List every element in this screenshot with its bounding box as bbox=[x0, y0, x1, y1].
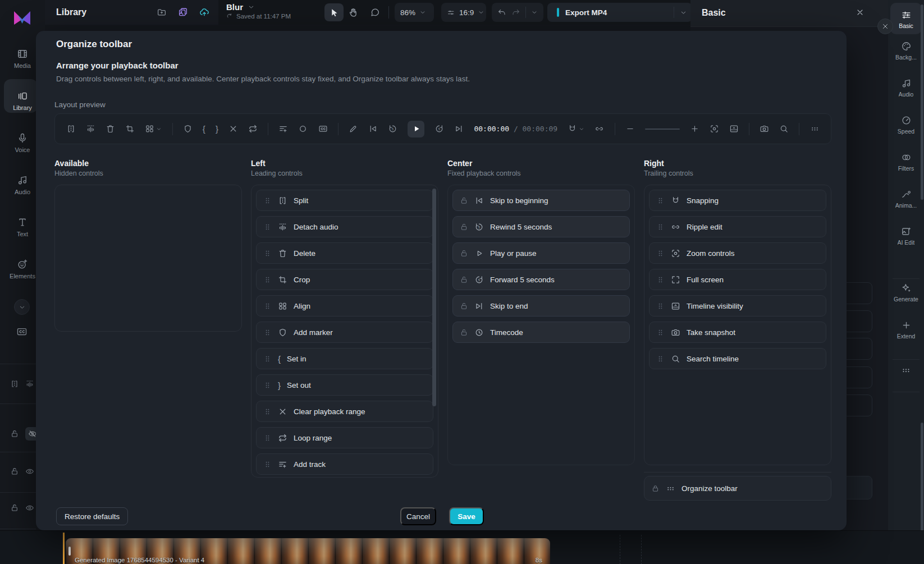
panel-tab-label: Speed bbox=[898, 128, 914, 135]
comment-tool-button[interactable] bbox=[370, 7, 380, 17]
control-item-add-marker[interactable]: Add marker bbox=[256, 322, 433, 343]
select-tool-button[interactable] bbox=[324, 3, 344, 21]
preview-crop-button[interactable] bbox=[125, 124, 135, 134]
more-options-button[interactable] bbox=[888, 359, 924, 382]
control-item-detach-audio[interactable]: Detach audio bbox=[256, 216, 433, 237]
control-item-full-screen[interactable]: Full screen bbox=[649, 269, 826, 290]
column-available-dropzone[interactable] bbox=[54, 185, 242, 332]
save-button[interactable]: Save bbox=[449, 507, 484, 525]
control-item-snapping[interactable]: Snapping bbox=[649, 190, 826, 211]
collapse-sidebar-button[interactable] bbox=[14, 299, 30, 315]
panel-tab-speed[interactable]: Speed bbox=[888, 108, 924, 145]
preview-link-button[interactable] bbox=[594, 124, 604, 134]
history-menu-icon[interactable] bbox=[531, 9, 538, 16]
preview-plus-button[interactable] bbox=[690, 124, 699, 134]
preview-rewind-5-button[interactable]: 5 bbox=[388, 124, 397, 134]
preview-captions-button[interactable] bbox=[318, 124, 328, 134]
control-item-crop[interactable]: Crop bbox=[256, 269, 433, 290]
sidebar-item-label: Text bbox=[17, 231, 28, 237]
control-item-zoom-controls[interactable]: Zoom controls bbox=[649, 242, 826, 264]
preview-x-button[interactable] bbox=[228, 124, 238, 134]
panel-tab-label: Extend bbox=[897, 333, 916, 340]
control-item-ripple-edit[interactable]: Ripple edit bbox=[649, 216, 826, 237]
preview-marker-button[interactable] bbox=[183, 124, 193, 134]
preview-grid-dots-button[interactable] bbox=[810, 124, 820, 134]
panel-tab-audio[interactable]: Audio bbox=[888, 71, 924, 108]
undo-icon[interactable] bbox=[497, 8, 506, 17]
control-item-align[interactable]: Align bbox=[256, 295, 433, 317]
control-item-set-out[interactable]: }Set out bbox=[256, 374, 433, 396]
new-folder-icon[interactable] bbox=[157, 7, 167, 17]
preview-detach-audio-button[interactable] bbox=[86, 124, 95, 134]
control-item-add-track[interactable]: Add track bbox=[256, 453, 433, 475]
cancel-button[interactable]: Cancel bbox=[400, 507, 436, 525]
preview-timeline-panel-button[interactable] bbox=[729, 124, 739, 134]
control-item-take-snapshot[interactable]: Take snapshot bbox=[649, 322, 826, 343]
lock-open-icon[interactable] bbox=[10, 429, 19, 438]
preview-minus-button[interactable] bbox=[625, 124, 635, 134]
preview-split-button[interactable] bbox=[66, 124, 76, 134]
preview-zoom-frame-button[interactable] bbox=[710, 124, 719, 134]
scrollbar[interactable] bbox=[921, 4, 923, 200]
column-center-dropzone[interactable]: Skip to beginning5Rewind 5 secondsPlay o… bbox=[447, 185, 635, 465]
stock-media-icon[interactable] bbox=[178, 7, 188, 17]
panel-tab-generate[interactable]: Generate bbox=[888, 276, 924, 313]
column-right-dropzone[interactable]: SnappingRipple editZoom controlsFull scr… bbox=[644, 185, 831, 465]
lock-open-icon[interactable] bbox=[10, 503, 19, 512]
control-item-loop-range[interactable]: Loop range bbox=[256, 427, 433, 448]
preview-skip-end-button[interactable] bbox=[454, 124, 464, 134]
redo-icon[interactable] bbox=[511, 8, 520, 17]
control-item-timeline-visibility[interactable]: Timeline visibility bbox=[649, 295, 826, 317]
export-options-icon[interactable] bbox=[680, 9, 687, 16]
control-item-delete[interactable]: Delete bbox=[256, 242, 433, 264]
control-item-set-in[interactable]: {Set in bbox=[256, 348, 433, 369]
preview-loop-button[interactable] bbox=[248, 124, 258, 134]
zoom-level-dropdown[interactable]: 86% bbox=[395, 3, 434, 22]
scrollbar[interactable] bbox=[432, 189, 436, 406]
eye-icon[interactable] bbox=[25, 467, 34, 476]
preview-skip-start-button[interactable] bbox=[368, 124, 378, 134]
export-button[interactable]: Export MP4 bbox=[547, 3, 692, 22]
panel-tab-basic[interactable]: Basic bbox=[888, 3, 924, 34]
timeline-clip[interactable]: Generated Image 1768544594530 - Variant … bbox=[66, 538, 550, 564]
preview-brace-right-button[interactable]: } bbox=[216, 125, 218, 133]
panel-tab-anima[interactable]: Anima... bbox=[888, 182, 924, 219]
panel-tab-filters[interactable]: Filters bbox=[888, 145, 924, 182]
panel-tab-extend[interactable]: Extend bbox=[888, 313, 924, 350]
eye-icon[interactable] bbox=[25, 503, 34, 512]
restore-defaults-button[interactable]: Restore defaults bbox=[56, 507, 128, 525]
hand-tool-button[interactable] bbox=[348, 7, 358, 17]
preview-play-button[interactable] bbox=[408, 121, 424, 137]
preview-trash-button[interactable] bbox=[106, 124, 115, 134]
aspect-ratio-dropdown[interactable]: 16:9 bbox=[441, 3, 486, 22]
panel-close-icon[interactable] bbox=[856, 8, 864, 17]
playhead[interactable] bbox=[63, 533, 65, 564]
column-left-dropzone[interactable]: SplitDetach audioDeleteCropAlignAdd mark… bbox=[251, 185, 438, 478]
drag-icon bbox=[656, 302, 665, 310]
preview-circle-button[interactable] bbox=[298, 124, 308, 134]
preview-brace-left-button[interactable]: { bbox=[203, 125, 205, 133]
search-icon bbox=[671, 354, 680, 364]
upload-icon[interactable] bbox=[199, 7, 209, 17]
split-icon[interactable] bbox=[10, 379, 19, 388]
control-item-split[interactable]: Split bbox=[256, 190, 433, 211]
control-item-search-timeline[interactable]: Search timeline bbox=[649, 348, 826, 369]
dialog-close-button[interactable] bbox=[877, 19, 893, 34]
preview-search-button[interactable] bbox=[779, 124, 789, 134]
preview-pen-button[interactable] bbox=[349, 124, 358, 134]
preview-add-track-button[interactable] bbox=[278, 124, 288, 134]
detach-audio-icon[interactable] bbox=[25, 379, 34, 388]
zoom-slider[interactable] bbox=[645, 129, 680, 130]
preview-magnet-button[interactable] bbox=[568, 124, 584, 134]
lock-open-icon[interactable] bbox=[10, 467, 19, 476]
preview-forward-5-button[interactable]: 5 bbox=[434, 124, 444, 134]
preview-camera-button[interactable] bbox=[760, 124, 769, 134]
control-item-clear-playback-range[interactable]: Clear playback range bbox=[256, 401, 433, 422]
project-name-menu[interactable]: Blur bbox=[226, 2, 291, 12]
panel-tab-backg[interactable]: Backg... bbox=[888, 34, 924, 71]
captions-icon[interactable] bbox=[16, 326, 28, 337]
panel-tab-ai-edit[interactable]: AI Edit bbox=[888, 219, 924, 256]
cursor-icon bbox=[330, 8, 339, 17]
preview-align-button[interactable] bbox=[145, 124, 162, 134]
trim-handle[interactable] bbox=[68, 547, 71, 556]
